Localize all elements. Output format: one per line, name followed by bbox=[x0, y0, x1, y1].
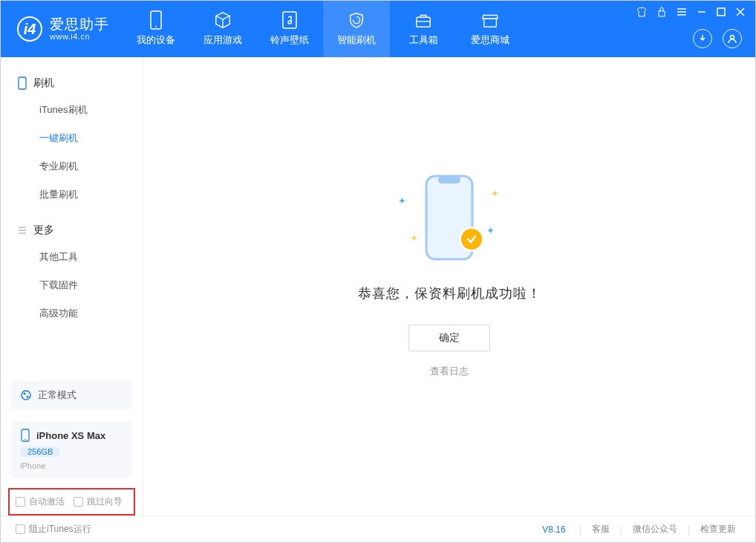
device-info[interactable]: iPhone XS Max 256GB iPhone bbox=[11, 421, 132, 478]
nav-label: 工具箱 bbox=[409, 33, 438, 47]
footer-link-wechat[interactable]: 微信公众号 bbox=[628, 523, 682, 536]
nav-tab-flash[interactable]: 智能刷机 bbox=[323, 1, 390, 57]
svg-rect-6 bbox=[659, 11, 665, 16]
svg-rect-5 bbox=[484, 19, 497, 27]
phone-icon bbox=[20, 429, 30, 442]
maximize-icon[interactable] bbox=[717, 7, 726, 16]
version-label: V8.16 bbox=[542, 524, 565, 535]
sidebar-group-flash: 刷机 bbox=[1, 71, 143, 96]
phone-outline-icon bbox=[17, 77, 27, 90]
nav-tab-device[interactable]: 我的设备 bbox=[123, 1, 189, 57]
sidebar: 刷机 iTunes刷机 一键刷机 专业刷机 批量刷机 更多 其他工具 下载固件 … bbox=[1, 57, 143, 516]
footer-link-support[interactable]: 客服 bbox=[587, 523, 614, 536]
sidebar-group-more: 更多 bbox=[1, 218, 143, 243]
header-actions bbox=[693, 29, 742, 48]
device-capacity: 256GB bbox=[20, 446, 60, 457]
svg-point-14 bbox=[25, 439, 26, 440]
svg-rect-16 bbox=[438, 176, 460, 183]
nav-label: 铃声壁纸 bbox=[270, 33, 309, 47]
footer-link-update[interactable]: 检查更新 bbox=[696, 523, 740, 536]
sidebar-item-firmware[interactable]: 下载固件 bbox=[1, 271, 143, 299]
svg-point-11 bbox=[24, 393, 26, 395]
music-icon bbox=[281, 11, 299, 29]
svg-rect-9 bbox=[19, 77, 26, 89]
checkbox-skip-wizard[interactable]: 跳过向导 bbox=[74, 495, 123, 508]
user-button[interactable] bbox=[723, 29, 742, 48]
sidebar-item-advanced[interactable]: 高级功能 bbox=[1, 299, 143, 328]
svg-rect-2 bbox=[283, 12, 296, 28]
nav-tab-ringtones[interactable]: 铃声壁纸 bbox=[256, 1, 323, 57]
nav-tabs: 我的设备 应用游戏 铃声壁纸 智能刷机 工具箱 爱思商城 bbox=[123, 1, 524, 57]
nav-label: 爱思商城 bbox=[471, 33, 509, 47]
menu-icon[interactable] bbox=[677, 7, 687, 16]
check-badge-icon bbox=[459, 227, 484, 252]
nav-tab-toolbox[interactable]: 工具箱 bbox=[390, 1, 457, 57]
chk-label: 自动激活 bbox=[29, 495, 65, 508]
device-mode[interactable]: 正常模式 bbox=[11, 381, 132, 409]
group-title: 更多 bbox=[33, 224, 54, 237]
mode-label: 正常模式 bbox=[38, 388, 76, 402]
success-illustration: ✦ ✦ ✦ ✦ bbox=[420, 173, 478, 265]
checkbox-icon bbox=[16, 524, 25, 534]
nav-tab-apps[interactable]: 应用游戏 bbox=[189, 1, 256, 57]
cube-icon bbox=[214, 11, 232, 29]
svg-rect-7 bbox=[717, 8, 725, 16]
checkbox-auto-activate[interactable]: 自动激活 bbox=[16, 495, 65, 508]
ok-button[interactable]: 确定 bbox=[408, 325, 490, 351]
checkbox-icon bbox=[74, 497, 83, 507]
device-type: iPhone bbox=[20, 461, 45, 470]
body: 刷机 iTunes刷机 一键刷机 专业刷机 批量刷机 更多 其他工具 下载固件 … bbox=[1, 57, 755, 516]
view-log-link[interactable]: 查看日志 bbox=[430, 365, 469, 378]
svg-point-8 bbox=[731, 36, 734, 39]
download-button[interactable] bbox=[693, 29, 712, 48]
mode-icon bbox=[20, 389, 32, 401]
close-icon[interactable] bbox=[736, 7, 745, 16]
chk-label: 跳过向导 bbox=[87, 495, 123, 508]
lock-icon[interactable] bbox=[657, 7, 666, 17]
sidebar-item-itunes[interactable]: iTunes刷机 bbox=[1, 96, 143, 124]
app-url: www.i4.cn bbox=[50, 32, 109, 41]
group-title: 刷机 bbox=[33, 77, 54, 90]
logo-icon: i4 bbox=[17, 16, 42, 42]
footer: 阻止iTunes运行 V8.16 | 客服 | 微信公众号 | 检查更新 bbox=[1, 516, 755, 542]
toolbox-icon bbox=[414, 11, 432, 29]
window-controls bbox=[636, 7, 745, 17]
app-name: 爱思助手 bbox=[50, 17, 109, 33]
logo-area[interactable]: i4 爱思助手 www.i4.cn bbox=[1, 1, 123, 57]
sidebar-item-other[interactable]: 其他工具 bbox=[1, 243, 143, 271]
svg-point-10 bbox=[22, 391, 30, 400]
chk-label: 阻止iTunes运行 bbox=[29, 523, 91, 536]
svg-point-3 bbox=[288, 21, 291, 24]
shirt-icon[interactable] bbox=[636, 7, 647, 17]
nav-tab-store[interactable]: 爱思商城 bbox=[457, 1, 524, 57]
nav-label: 应用游戏 bbox=[203, 33, 242, 47]
nav-label: 我的设备 bbox=[137, 33, 175, 47]
app-header: i4 爱思助手 www.i4.cn 我的设备 应用游戏 铃声壁纸 智能刷机 工具… bbox=[1, 1, 755, 57]
svg-point-12 bbox=[27, 396, 29, 398]
sidebar-item-pro[interactable]: 专业刷机 bbox=[1, 152, 143, 181]
nav-label: 智能刷机 bbox=[337, 33, 376, 47]
checkbox-icon bbox=[16, 497, 25, 507]
shield-icon bbox=[348, 11, 365, 29]
svg-point-1 bbox=[155, 26, 157, 27]
main-content: ✦ ✦ ✦ ✦ 恭喜您，保资料刷机成功啦！ 确定 查看日志 bbox=[143, 57, 755, 516]
sidebar-item-oneclick[interactable]: 一键刷机 bbox=[1, 124, 143, 152]
checkbox-block-itunes[interactable]: 阻止iTunes运行 bbox=[16, 523, 91, 536]
store-icon bbox=[481, 11, 499, 29]
svg-rect-4 bbox=[417, 17, 430, 27]
device-icon bbox=[147, 11, 165, 29]
flash-options-highlight: 自动激活 跳过向导 bbox=[8, 488, 135, 516]
footer-right: V8.16 | 客服 | 微信公众号 | 检查更新 bbox=[542, 523, 740, 536]
device-name: iPhone XS Max bbox=[36, 430, 105, 441]
minimize-icon[interactable] bbox=[697, 7, 706, 16]
success-title: 恭喜您，保资料刷机成功啦！ bbox=[358, 284, 541, 302]
sidebar-item-batch[interactable]: 批量刷机 bbox=[1, 181, 143, 209]
list-icon bbox=[17, 225, 27, 235]
logo-text: 爱思助手 www.i4.cn bbox=[50, 17, 109, 42]
